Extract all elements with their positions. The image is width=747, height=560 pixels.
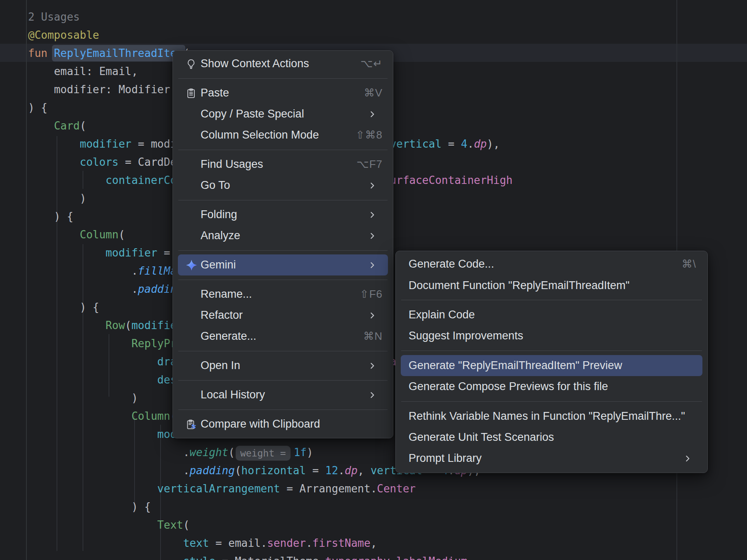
menu-item-label: Explain Code — [409, 308, 475, 321]
clipboard-compare-icon — [185, 419, 201, 430]
menu-item-label: Copy / Paste Special — [201, 108, 304, 120]
menu-shortcut: ⌘V — [364, 87, 383, 99]
menu-item-label: Suggest Improvements — [409, 329, 523, 342]
chevron-right-icon — [367, 390, 378, 400]
menu-item-rethink-variable-names-in-function-replyemailthre[interactable]: Rethink Variable Names in Function "Repl… — [401, 405, 702, 426]
menu-item-generate-code[interactable]: Generate Code...⌘\ — [401, 254, 702, 275]
menu-item-label: Prompt Library — [409, 452, 482, 465]
identifier-highlight: ReplyEmailThreadItem — [54, 47, 183, 59]
gemini-sparkle-icon — [185, 259, 201, 271]
code-line: Text( — [28, 516, 513, 534]
menu-item-rename[interactable]: Rename...⇧F6 — [178, 284, 388, 305]
menu-item-generate[interactable]: Generate...⌘N — [178, 326, 388, 347]
menu-item-paste[interactable]: Paste⌘V — [178, 82, 388, 104]
menu-item-label: Document Function "ReplyEmailThreadItem" — [409, 279, 629, 292]
menu-item-label: Generate "ReplyEmailThreadItem" Preview — [409, 359, 622, 372]
context-menu: Show Context Actions⌥↵Paste⌘VCopy / Past… — [173, 50, 393, 438]
menu-item-label: Generate Code... — [409, 258, 494, 271]
clipboard-paste-icon — [185, 87, 201, 99]
menu-shortcut: ⌥F7 — [357, 158, 383, 171]
menu-item-folding[interactable]: Folding — [178, 204, 388, 225]
menu-separator — [178, 351, 388, 351]
chevron-right-icon — [682, 453, 693, 464]
menu-item-label: Go To — [201, 179, 230, 192]
menu-item-label: Column Selection Mode — [201, 129, 319, 141]
menu-item-label: Paste — [201, 87, 229, 99]
menu-separator — [178, 78, 388, 79]
menu-item-label: Analyze — [201, 229, 240, 242]
menu-separator — [178, 150, 388, 150]
menu-item-open-in[interactable]: Open In — [178, 355, 388, 376]
menu-item-compare-with-clipboard[interactable]: Compare with Clipboard — [178, 414, 388, 435]
menu-item-analyze[interactable]: Analyze — [178, 225, 388, 246]
menu-shortcut: ⇧⌘8 — [356, 129, 383, 141]
chevron-right-icon — [367, 209, 378, 220]
editor-gutter-divider — [26, 0, 27, 560]
menu-item-copy-paste-special[interactable]: Copy / Paste Special — [178, 104, 388, 125]
chevron-right-icon — [367, 109, 378, 120]
lightbulb-icon — [185, 58, 201, 70]
menu-item-gemini[interactable]: Gemini — [178, 254, 388, 275]
chevron-right-icon — [367, 310, 378, 321]
menu-item-label: Rethink Variable Names in Function "Repl… — [409, 410, 685, 423]
menu-item-document-function-replyemailthreaditem[interactable]: Document Function "ReplyEmailThreadItem" — [401, 275, 702, 296]
menu-item-label: Rename... — [201, 288, 252, 301]
menu-separator — [178, 200, 388, 200]
inlay-hint-chip: weight = — [236, 446, 291, 461]
menu-item-label: Local History — [201, 388, 265, 401]
menu-separator — [401, 351, 702, 351]
chevron-right-icon — [367, 231, 378, 241]
menu-item-label: Generate Unit Test Scenarios — [409, 431, 554, 444]
menu-item-label: Gemini — [201, 259, 236, 271]
menu-item-show-context-actions[interactable]: Show Context Actions⌥↵ — [178, 53, 388, 74]
menu-item-generate-compose-previews-for-this-file[interactable]: Generate Compose Previews for this file — [401, 376, 702, 397]
menu-item-find-usages[interactable]: Find Usages⌥F7 — [178, 154, 388, 175]
menu-item-label: Generate Compose Previews for this file — [409, 380, 608, 393]
code-line: @Composable — [28, 26, 513, 44]
chevron-right-icon — [367, 260, 378, 271]
menu-item-label: Show Context Actions — [201, 57, 309, 70]
menu-item-go-to[interactable]: Go To — [178, 175, 388, 196]
menu-separator — [178, 380, 388, 381]
menu-item-label: Compare with Clipboard — [201, 418, 320, 431]
menu-item-column-selection-mode[interactable]: Column Selection Mode⇧⌘8 — [178, 125, 388, 146]
menu-item-prompt-library[interactable]: Prompt Library — [401, 448, 702, 469]
menu-shortcut: ⌘\ — [682, 258, 696, 271]
chevron-right-icon — [367, 180, 378, 191]
menu-item-label: Generate... — [201, 330, 256, 343]
menu-shortcut: ⌥↵ — [360, 57, 383, 70]
menu-separator — [178, 409, 388, 410]
menu-shortcut: ⇧F6 — [360, 288, 383, 301]
code-line: verticalArrangement = Arrangement.Center — [28, 480, 513, 498]
code-line: ) { — [28, 498, 513, 516]
code-line: 2 Usages — [28, 8, 513, 26]
menu-item-generate-replyemailthreaditem-preview[interactable]: Generate "ReplyEmailThreadItem" Preview — [401, 355, 702, 376]
menu-separator — [178, 280, 388, 280]
menu-separator — [401, 300, 702, 300]
menu-item-refactor[interactable]: Refactor — [178, 305, 388, 326]
menu-item-label: Open In — [201, 359, 240, 372]
menu-separator — [178, 250, 388, 251]
menu-item-suggest-improvements[interactable]: Suggest Improvements — [401, 325, 702, 346]
menu-item-label: Folding — [201, 208, 237, 221]
menu-item-label: Refactor — [201, 309, 243, 322]
menu-item-local-history[interactable]: Local History — [178, 384, 388, 405]
menu-shortcut: ⌘N — [363, 330, 383, 343]
gemini-submenu: Generate Code...⌘\Document Function "Rep… — [395, 251, 708, 473]
menu-item-label: Find Usages — [201, 158, 263, 171]
menu-separator — [401, 401, 702, 402]
menu-item-generate-unit-test-scenarios[interactable]: Generate Unit Test Scenarios — [401, 427, 702, 448]
code-line: text = email.sender.firstName, — [28, 534, 513, 552]
code-line: style = MaterialTheme.typography.labelMe… — [28, 552, 513, 560]
chevron-right-icon — [367, 360, 378, 371]
menu-item-explain-code[interactable]: Explain Code — [401, 304, 702, 325]
